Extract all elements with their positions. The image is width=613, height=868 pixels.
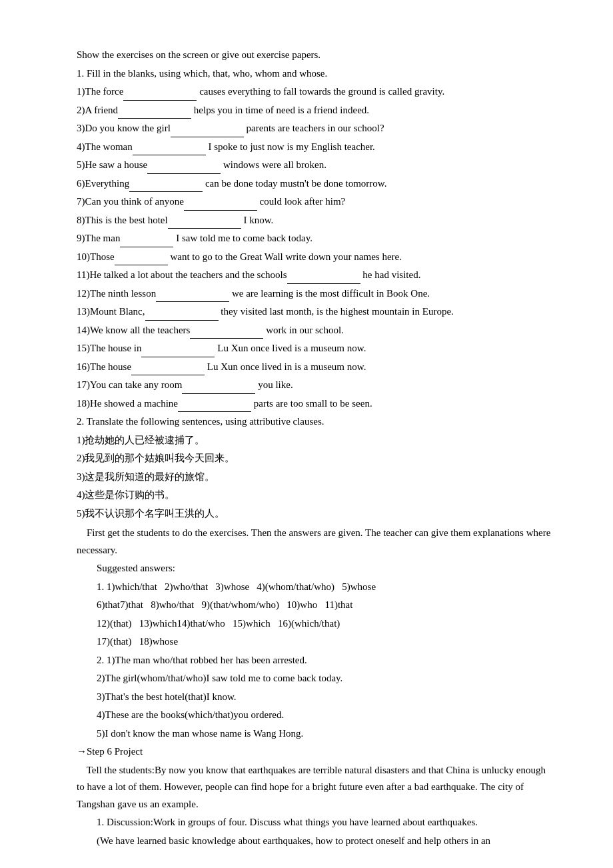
item-2: 2)A friend helps you in time of need is … [77, 102, 553, 119]
blank-10 [115, 255, 168, 265]
item-12: 12)The ninth lesson we are learning is t… [77, 285, 553, 303]
blank-2 [118, 109, 191, 119]
tell-students-text: Tell the students:By now you know that e… [77, 762, 553, 813]
suggested-label: Suggested answers: [97, 560, 553, 577]
translate-answer-2: 2)The girl(whom/that/who)I saw told me t… [97, 670, 553, 687]
translate-answer-5: 5)I don't know the man whose name is Wan… [97, 725, 553, 743]
answer-row-4: 17)(that) 18)whose [97, 633, 553, 651]
intro-text: Show the exercises on the screen or give… [77, 47, 553, 64]
blank-16 [131, 365, 205, 375]
blank-14 [190, 329, 263, 339]
translate-4: 4)这些是你订购的书。 [77, 487, 553, 504]
blank-1 [123, 91, 197, 101]
item-11: 11)He talked a lot about the teachers an… [77, 267, 553, 284]
section2-title: 2. Translate the following sentences, us… [77, 413, 553, 431]
item-17: 17)You can take any room you like. [77, 377, 553, 394]
answer-row-3: 12)(that) 13)which14)that/who 15)which 1… [97, 615, 553, 633]
item-1: 1)The force causes everything to fall to… [77, 83, 553, 101]
answer-row-2: 6)that7)that 8)who/that 9)(that/whom/who… [97, 597, 553, 614]
discussion-section: 1. Discussion:Work in groups of four. Di… [77, 814, 553, 849]
blank-3 [171, 127, 244, 137]
translate-2: 2)我见到的那个姑娘叫我今天回来。 [77, 450, 553, 467]
item-14: 14)We know all the teachers work in our … [77, 322, 553, 339]
item-6: 6)Everything can be done today mustn't b… [77, 175, 553, 193]
page-container: Show the exercises on the screen or give… [0, 0, 613, 868]
step6-label: →Step 6 Project [77, 743, 553, 761]
answers-section: Suggested answers: 1. 1)which/that 2)who… [77, 560, 553, 742]
blank-17 [182, 384, 255, 394]
blank-6 [129, 182, 203, 192]
translate-answer-1: 2. 1)The man who/that robbed her has bee… [97, 652, 553, 669]
item-15: 15)The house in Lu Xun once lived is a m… [77, 340, 553, 357]
translate-5: 5)我不认识那个名字叫王洪的人。 [77, 505, 553, 523]
blank-13 [145, 311, 219, 321]
item-5: 5)He saw a house windows were all broken… [77, 157, 553, 174]
blank-4 [133, 145, 206, 155]
item-18: 18)He showed a machine parts are too sma… [77, 395, 553, 413]
blank-12 [156, 292, 229, 302]
item-10: 10)Those want to go to the Great Wall wr… [77, 249, 553, 266]
discussion-note: (We have learned basic knowledge about e… [97, 833, 553, 850]
item-7: 7)Can you think of anyone could look aft… [77, 193, 553, 211]
item-8: 8)This is the best hotel I know. [77, 212, 553, 229]
blank-18 [178, 402, 251, 412]
blank-11 [287, 274, 360, 284]
instruction-text: First get the students to do the exercis… [77, 525, 553, 559]
answer-row-1: 1. 1)which/that 2)who/that 3)whose 4)(wh… [97, 579, 553, 596]
discussion-title: 1. Discussion:Work in groups of four. Di… [97, 814, 553, 831]
translate-answer-4: 4)These are the books(which/that)you ord… [97, 707, 553, 724]
blank-15 [141, 347, 215, 357]
item-16: 16)The house Lu Xun once lived in is a m… [77, 359, 553, 376]
item-9: 9)The man I saw told me to come back tod… [77, 230, 553, 247]
item-13: 13)Mount Blanc, they visited last month,… [77, 303, 553, 321]
blank-7 [184, 201, 257, 211]
item-3: 3)Do you know the girl parents are teach… [77, 120, 553, 137]
translate-1: 1)抢劫她的人已经被逮捕了。 [77, 432, 553, 449]
blank-8 [168, 219, 241, 229]
translate-3: 3)这是我所知道的最好的旅馆。 [77, 469, 553, 486]
translate-answer-3: 3)That's the best hotel(that)I know. [97, 689, 553, 706]
item-4: 4)The woman I spoke to just now is my En… [77, 139, 553, 156]
section1-title: 1. Fill in the blanks, using which, that… [77, 65, 553, 83]
blank-9 [120, 237, 173, 247]
blank-5 [147, 164, 221, 174]
